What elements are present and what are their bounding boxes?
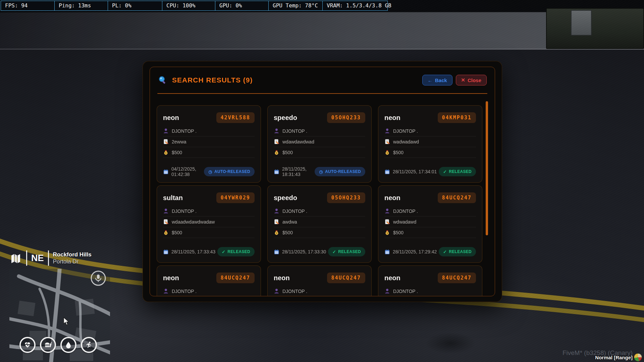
card-footer: 28/11/2025, 17:34:01 ✓ RELEASED <box>384 164 476 179</box>
reason-row: wdaadwdawdwadaw <box>163 217 255 227</box>
game-screen: FPS: 94Ping: 13msPL: 0%CPU: 100%GPU: 0%G… <box>0 0 644 362</box>
close-button[interactable]: ✕ Close <box>456 75 487 85</box>
impound-reason: wadwadawd <box>393 139 419 144</box>
status-label: RELEASED <box>449 249 472 254</box>
status-icon: ✓ <box>222 250 225 254</box>
fee-row: $ $500 <box>384 227 476 238</box>
vehicle-card[interactable]: neon 84UCQ247 DJONTOP . <box>157 265 261 296</box>
vehicle-name: neon <box>163 114 179 122</box>
impound-fee: $500 <box>172 150 182 155</box>
status-label: RELEASED <box>227 249 250 254</box>
fee-row: $ $500 <box>274 147 365 158</box>
reason-row: wdwadawd <box>384 217 476 227</box>
vehicle-name: neon <box>163 274 179 282</box>
reason-row: wadwadawd <box>384 136 476 147</box>
svg-text:$: $ <box>165 152 167 155</box>
card-footer: 04/12/2025, 01:42:38 ◷ AUTO-RELEASED <box>163 164 255 179</box>
memo-icon <box>163 219 169 225</box>
money-bag-icon: $ <box>163 230 169 235</box>
scrollbar-thumb[interactable] <box>486 101 488 235</box>
vehicle-card[interactable]: neon 84UCQ247 DJONTOP . <box>378 265 482 296</box>
impound-fee: $500 <box>282 230 293 235</box>
impound-date: 28/11/2025, 17:33:30 <box>282 249 326 254</box>
vehicle-card[interactable]: neon 84UCQ247 DJONTOP . <box>267 265 372 296</box>
impound-fee: $500 <box>393 230 404 235</box>
owner-name: DJONTOP . <box>172 128 197 134</box>
minimap-header: NE Rockford Hills Portola Dr <box>9 249 110 267</box>
money-bag-icon: $ <box>384 149 390 155</box>
vehicle-card[interactable]: neon 42VRL588 DJONTOP . <box>157 105 261 183</box>
compass-heading: NE <box>31 253 44 263</box>
status-icon: ◷ <box>319 170 323 174</box>
vehicle-name: neon <box>384 274 400 282</box>
status-badge: ✓ RELEASED <box>217 247 255 256</box>
page-title: SEARCH RESULTS (9) <box>172 76 253 84</box>
close-button-label: Close <box>468 77 481 83</box>
vehicle-card[interactable]: neon 84UCQ247 DJONTOP . <box>378 185 482 263</box>
vehicle-card[interactable]: sultan 04YWR029 DJONTOP . <box>157 185 261 263</box>
impound-reason: wdwadawd <box>393 219 416 225</box>
vehicle-name: speedo <box>274 194 297 202</box>
owner-name: DJONTOP . <box>393 208 418 214</box>
license-plate-badge: 04YWR029 <box>216 192 255 203</box>
owner-row: DJONTOP . <box>274 126 365 136</box>
license-plate-badge: 84UCQ247 <box>216 273 255 283</box>
impound-reason: wdaadwdawdwadaw <box>172 219 215 225</box>
person-icon <box>274 128 279 134</box>
header-divider <box>157 93 487 94</box>
memo-icon <box>384 219 390 225</box>
vehicle-name: neon <box>384 194 400 202</box>
calendar-icon <box>163 169 169 175</box>
person-icon <box>274 208 279 214</box>
perf-segment: GPU Temp: 78°C <box>268 1 323 11</box>
owner-row: DJONTOP . <box>163 126 255 136</box>
calendar-icon <box>384 169 390 175</box>
voice-range-label: Normal [Range] <box>595 355 633 360</box>
back-button[interactable]: ← Back <box>422 75 452 85</box>
search-icon <box>158 75 167 85</box>
calendar-icon <box>384 249 390 255</box>
owner-row: DJONTOP . <box>384 126 476 136</box>
card-footer: 28/11/2025, 17:33:43 ✓ RELEASED <box>163 244 255 259</box>
impound-date: 04/12/2025, 01:42:38 <box>171 166 204 177</box>
person-icon <box>163 288 169 294</box>
status-label: AUTO-RELEASED <box>214 169 250 174</box>
svg-text:$: $ <box>386 232 388 235</box>
street-name: Portola Dr <box>53 258 92 265</box>
impound-reason: awdwa <box>282 219 297 225</box>
owner-row: DJONTOP . <box>274 286 365 296</box>
svg-text:$: $ <box>276 232 277 235</box>
card-footer: 28/11/2025, 18:31:43 ◷ AUTO-RELEASED <box>274 164 365 179</box>
status-label: RELEASED <box>449 169 472 174</box>
person-icon <box>274 288 279 294</box>
vehicle-card[interactable]: neon 04KMP031 DJONTOP . <box>378 105 482 183</box>
vehicle-name: neon <box>384 114 400 122</box>
perf-segment: VRAM: 1.5/3.4/3.8 GB <box>322 1 388 11</box>
calendar-icon <box>163 249 169 255</box>
memo-icon <box>163 139 169 144</box>
reason-row: 2ewwa <box>163 136 255 147</box>
person-icon <box>384 208 390 214</box>
impound-fee: $500 <box>393 150 404 155</box>
money-bag-icon: $ <box>384 230 390 235</box>
memo-icon <box>274 219 279 225</box>
area-name: Rockford Hills <box>53 251 92 258</box>
background-utility-box <box>571 10 592 36</box>
fee-row: $ $500 <box>163 227 255 238</box>
impound-date: 28/11/2025, 18:31:43 <box>282 166 315 177</box>
license-plate-badge: 05OHQ233 <box>327 192 365 203</box>
vehicle-card[interactable]: speedo 05OHQ233 DJONTOP . <box>267 185 372 263</box>
mouse-cursor <box>63 317 70 326</box>
fee-row: $ $500 <box>274 227 365 238</box>
owner-name: DJONTOP . <box>282 289 307 294</box>
impound-fee: $500 <box>172 230 182 235</box>
status-icon: ✓ <box>443 250 447 254</box>
perf-segment: Ping: 13ms <box>54 1 108 11</box>
person-icon <box>163 208 169 214</box>
vehicle-card[interactable]: speedo 05OHQ233 DJONTOP . <box>267 105 372 183</box>
owner-name: DJONTOP . <box>282 208 307 214</box>
perf-segment: FPS: 94 <box>1 1 55 11</box>
money-bag-icon: $ <box>274 230 279 235</box>
calendar-icon <box>274 169 279 175</box>
memo-icon <box>274 139 279 144</box>
